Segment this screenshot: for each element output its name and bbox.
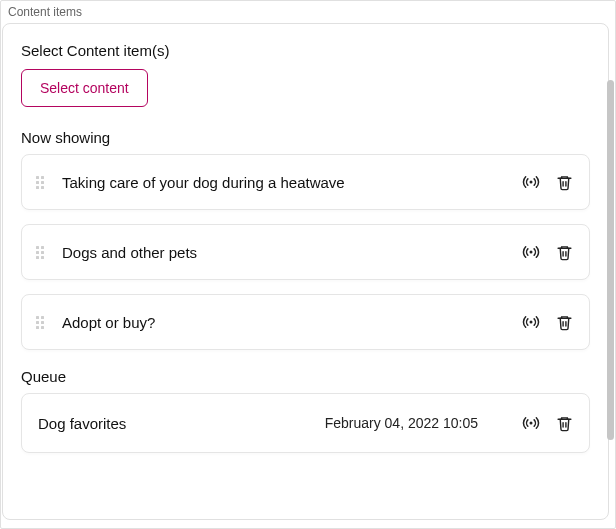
select-content-label: Select Content item(s) — [21, 42, 590, 59]
content-item-title: Dogs and other pets — [62, 244, 197, 261]
delete-icon[interactable] — [554, 172, 575, 193]
delete-icon[interactable] — [554, 413, 575, 434]
queue-item-card: Dog favorites February 04, 2022 10:05 — [21, 393, 590, 453]
content-items-panel: Select Content item(s) Select content No… — [2, 23, 609, 520]
now-showing-heading: Now showing — [21, 129, 590, 146]
drag-handle-icon[interactable] — [36, 246, 44, 259]
select-content-button[interactable]: Select content — [21, 69, 148, 107]
queue-heading: Queue — [21, 368, 590, 385]
svg-point-3 — [530, 422, 533, 425]
content-item-card: Adopt or buy? — [21, 294, 590, 350]
svg-point-0 — [530, 181, 533, 184]
broadcast-icon[interactable] — [520, 412, 542, 434]
broadcast-icon[interactable] — [520, 311, 542, 333]
content-item-card: Taking care of your dog during a heatwav… — [21, 154, 590, 210]
content-item-title: Adopt or buy? — [62, 314, 155, 331]
panel-title: Content items — [8, 5, 609, 19]
queue-item-title: Dog favorites — [38, 415, 126, 432]
broadcast-icon[interactable] — [520, 241, 542, 263]
drag-handle-icon[interactable] — [36, 176, 44, 189]
scrollbar[interactable] — [607, 80, 614, 440]
drag-handle-icon[interactable] — [36, 316, 44, 329]
content-item-title: Taking care of your dog during a heatwav… — [62, 174, 345, 191]
delete-icon[interactable] — [554, 242, 575, 263]
queue-item-date: February 04, 2022 10:05 — [325, 415, 478, 431]
delete-icon[interactable] — [554, 312, 575, 333]
content-item-card: Dogs and other pets — [21, 224, 590, 280]
broadcast-icon[interactable] — [520, 171, 542, 193]
svg-point-2 — [530, 321, 533, 324]
svg-point-1 — [530, 251, 533, 254]
